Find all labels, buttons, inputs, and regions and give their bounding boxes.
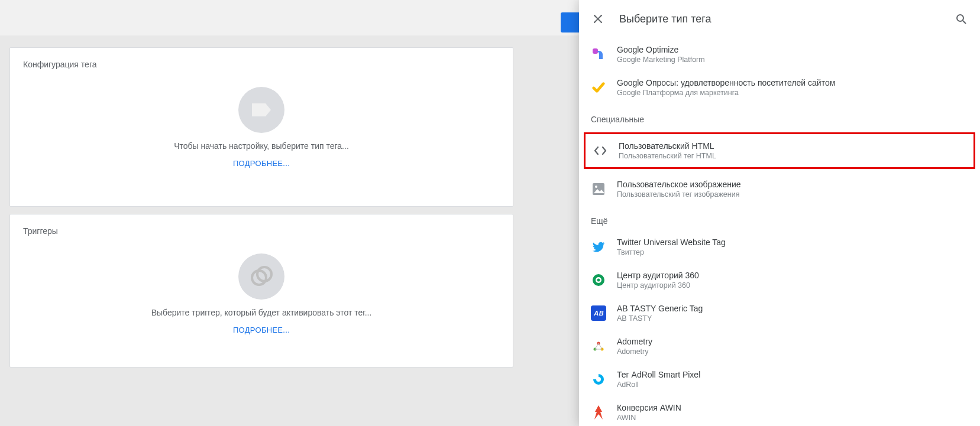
svg-point-9 [597,279,600,282]
tag-config-more-link[interactable]: ПОДРОБНЕЕ... [233,159,290,168]
tag-type-sub: Центр аудиторий 360 [617,281,699,290]
triggers-desc: Выберите триггер, который будет активиро… [151,308,372,317]
tag-type-label: Пользовательский HTML [619,141,716,151]
tag-type-google-surveys[interactable]: Google Опросы: удовлетворенность посетит… [579,71,980,104]
tag-type-custom-html[interactable]: Пользовательский HTML Пользовательский т… [586,134,973,167]
tag-type-label: Google Optimize [617,45,705,54]
tag-type-custom-image[interactable]: Пользовательское изображение Пользовател… [579,173,980,206]
svg-point-6 [595,186,597,188]
section-more: Ещё [579,214,980,230]
triggers-card[interactable]: Триггеры Выберите триггер, который будет… [9,214,513,368]
audience360-icon [591,272,606,288]
trigger-placeholder-icon [238,253,284,300]
svg-line-3 [963,21,966,24]
panel-header: Выберите тип тега [579,0,980,38]
tag-type-sub: AB TASTY [617,314,703,323]
tag-placeholder-icon [238,87,284,133]
triggers-title: Триггеры [10,214,513,236]
tag-type-google-optimize[interactable]: Google Optimize Google Marketing Platfor… [579,38,980,71]
section-special: Специальные [579,112,980,129]
tag-config-card[interactable]: Конфигурация тега Чтобы начать настройку… [9,47,513,207]
search-icon[interactable] [954,12,968,26]
tag-type-abtasty[interactable]: A B AB TASTY Generic Tag AB TASTY [579,297,980,330]
triggers-body: Выберите триггер, который будет активиро… [10,236,513,350]
abtasty-icon: A B [591,305,606,321]
adometry-icon [591,339,606,354]
app-root: Конфигурация тега Чтобы начать настройку… [0,0,980,426]
awin-icon [591,405,606,420]
twitter-icon [591,239,606,255]
tag-type-label: Конверсия AWIN [617,403,681,412]
tag-type-sub: Пользовательский тег изображения [617,190,741,199]
custom-html-highlight: Пользовательский HTML Пользовательский т… [584,132,975,169]
tag-type-label: Twitter Universal Website Tag [617,238,726,247]
tag-config-title: Конфигурация тега [10,48,513,69]
tag-type-sub: Adometry [617,347,652,356]
panel-title: Выберите тип тега [619,13,940,25]
tag-type-audience360[interactable]: Центр аудиторий 360 Центр аудиторий 360 [579,264,980,297]
optimize-icon [591,47,606,62]
tag-config-desc: Чтобы начать настройку, выберите тип тег… [174,141,349,151]
tag-type-adroll[interactable]: Тег AdRoll Smart Pixel AdRoll [579,363,980,396]
tag-type-sub: AdRoll [617,381,700,389]
tag-type-label: Тег AdRoll Smart Pixel [617,370,700,379]
tag-type-panel: Выберите тип тега Google Optimize Google… [579,0,980,426]
adroll-icon [591,372,606,387]
close-icon[interactable] [591,12,605,26]
tag-type-sub: Пользовательский тег HTML [619,152,716,160]
tag-type-label: Adometry [617,337,652,346]
tag-type-sub: Google Marketing Platform [617,56,705,64]
tag-type-label: Центр аудиторий 360 [617,271,699,280]
tag-type-sub: Твиттер [617,248,726,256]
tag-type-label: AB TASTY Generic Tag [617,304,703,313]
surveys-icon [591,80,606,95]
code-icon [593,143,608,158]
tag-type-sub: Google Платформа для маркетинга [617,89,835,97]
tag-type-label: Google Опросы: удовлетворенность посетит… [617,78,835,87]
tag-type-twitter[interactable]: Twitter Universal Website Tag Твиттер [579,230,980,264]
tag-type-label: Пользовательское изображение [617,180,741,189]
tag-type-awin[interactable]: Конверсия AWIN AWIN [579,396,980,426]
tag-type-sub: AWIN [617,414,681,422]
save-button-sliver[interactable] [561,12,579,32]
tag-config-body: Чтобы начать настройку, выберите тип тег… [10,69,513,183]
image-icon [591,181,606,197]
tag-type-adometry[interactable]: Adometry Adometry [579,330,980,363]
triggers-more-link[interactable]: ПОДРОБНЕЕ... [233,326,290,334]
